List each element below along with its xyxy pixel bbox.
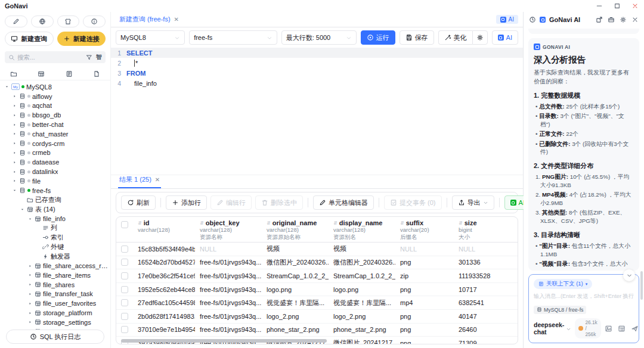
table-cell[interactable]: free-fs/01jrvgs943q... bbox=[195, 326, 262, 333]
table-cell[interactable]: 40147 bbox=[454, 313, 513, 320]
caret-icon[interactable] bbox=[11, 179, 17, 183]
run-button[interactable]: 运行 bbox=[361, 30, 395, 45]
ai-assist-button[interactable]: AI bbox=[492, 30, 518, 45]
caret-icon[interactable] bbox=[27, 292, 33, 296]
table-cell[interactable]: 17e0be36c2f541ce9... bbox=[133, 272, 195, 279]
max-rows-select[interactable]: 最大行数: 5000 bbox=[281, 30, 357, 45]
export-button[interactable]: 导出 bbox=[452, 195, 494, 210]
caret-icon[interactable] bbox=[11, 132, 17, 136]
sql-log-button[interactable]: SQL 执行日志 bbox=[6, 330, 104, 344]
table-cell[interactable]: logo_2.png bbox=[329, 313, 395, 320]
filter-funnel-icon[interactable] bbox=[86, 54, 92, 61]
sql-editor[interactable]: 1SELECT2*3FROM4file_info bbox=[111, 48, 523, 175]
table-cell[interactable]: 16524b2d70bd4527... bbox=[133, 259, 195, 266]
column-header-suffix[interactable]: ⇵suffixvarchar(20)后缀名 bbox=[395, 219, 454, 240]
beautify-button[interactable]: 美化 bbox=[438, 30, 472, 45]
table-cell[interactable]: 微信图片_20241217... bbox=[329, 338, 395, 344]
view-tab-connections[interactable] bbox=[0, 67, 27, 80]
table-row[interactable]: 1952e5c62eb44ce8...free-fs/01jrvgs943q..… bbox=[116, 283, 518, 297]
table-cell[interactable]: free-fs/01jrvgs943q... bbox=[195, 272, 262, 279]
checkbox[interactable] bbox=[121, 326, 128, 333]
caret-icon[interactable] bbox=[27, 264, 33, 268]
table-row[interactable]: 17e0be36c2f541ce9...free-fs/01jrvgs943q.… bbox=[116, 269, 518, 283]
caret-icon[interactable] bbox=[27, 311, 33, 315]
collapse-chat-button[interactable] bbox=[623, 269, 635, 281]
tree-item-file_share_access_record[interactable]: file_share_access_record bbox=[0, 261, 110, 271]
caret-icon[interactable] bbox=[11, 141, 17, 145]
tree-item-外键[interactable]: 外键 bbox=[0, 243, 110, 252]
caret-icon[interactable] bbox=[11, 113, 17, 117]
table-cell[interactable]: 37010e9e7e1b4954... bbox=[133, 326, 195, 333]
commit-transaction-button[interactable]: 提交事务 (0) bbox=[384, 195, 442, 210]
table-cell[interactable]: zip bbox=[395, 272, 454, 279]
close-panel-icon[interactable] bbox=[631, 16, 639, 23]
database-select[interactable]: free-fs bbox=[189, 30, 277, 45]
checkbox[interactable] bbox=[121, 286, 128, 293]
edit-row-button[interactable]: 编辑行 bbox=[210, 195, 252, 210]
caret-icon[interactable] bbox=[4, 85, 10, 89]
tree-item-dataease[interactable]: dataease bbox=[0, 157, 110, 167]
column-header-id[interactable]: ⇵idvarchar(128) bbox=[133, 219, 195, 240]
send-icon[interactable] bbox=[631, 325, 639, 333]
table-cell[interactable]: phone_star_2.png bbox=[262, 326, 329, 333]
checkbox[interactable] bbox=[121, 313, 128, 320]
briefcase-icon[interactable] bbox=[608, 16, 615, 23]
table-cell[interactable]: logo.png bbox=[329, 286, 395, 293]
caret-icon[interactable] bbox=[27, 302, 33, 306]
tree-item-chat_master[interactable]: chat_master bbox=[0, 129, 110, 139]
table-cell[interactable]: 微信图片_20240326... bbox=[262, 258, 329, 267]
table-cell[interactable]: StreamCap_1.0.2_2_... bbox=[262, 272, 329, 279]
table-cell[interactable]: phone_star_2.png bbox=[329, 326, 395, 333]
delete-selected-button[interactable]: 删除选中 bbox=[255, 195, 303, 210]
tree-item-aqchat[interactable]: aqchat bbox=[0, 101, 110, 111]
tree-item-file_transfer_task[interactable]: file_transfer_task bbox=[0, 290, 110, 299]
ai-panel-toggle[interactable]: AI bbox=[496, 15, 518, 24]
table-cell[interactable]: 71309 bbox=[454, 340, 513, 344]
code-line[interactable]: 2* bbox=[111, 58, 523, 68]
network-button[interactable] bbox=[31, 15, 54, 27]
tree-item-crmeb[interactable]: crmeb bbox=[0, 148, 110, 158]
new-connection-button[interactable]: 新建连接 bbox=[57, 32, 106, 46]
table-cell[interactable]: free-fs/01jrvgs943q... bbox=[195, 299, 262, 306]
checkbox[interactable] bbox=[121, 221, 128, 228]
caret-icon[interactable] bbox=[11, 160, 17, 164]
table-cell[interactable]: free-fs/01jrvgs943q... bbox=[195, 259, 262, 266]
code-line[interactable]: 1SELECT bbox=[111, 48, 523, 58]
tree-item-file[interactable]: file bbox=[0, 176, 110, 186]
new-query-button[interactable]: 新建查询 bbox=[5, 32, 54, 46]
table-cell[interactable]: png bbox=[395, 313, 454, 320]
tree-item-bbsgo_db[interactable]: bbsgo_db bbox=[0, 110, 110, 120]
sort-icon[interactable]: ⇵ bbox=[200, 220, 204, 226]
tree-item-free-fs[interactable]: free-fs bbox=[0, 186, 110, 195]
checkbox[interactable] bbox=[121, 246, 128, 253]
connection-select[interactable]: MySQL8 bbox=[116, 30, 185, 45]
table-cell[interactable]: free-fs/01jrvgs943q... bbox=[195, 286, 262, 293]
model-select[interactable]: deepseek-chat bbox=[534, 321, 571, 335]
checkbox[interactable] bbox=[121, 272, 128, 279]
column-header-size[interactable]: ⇵sizebigint大小 bbox=[454, 219, 513, 240]
caret-icon[interactable] bbox=[11, 188, 17, 192]
caret-icon[interactable] bbox=[11, 94, 17, 98]
code-line[interactable]: 3FROM bbox=[111, 68, 523, 78]
table-cell[interactable]: 111933528 bbox=[454, 272, 513, 279]
add-row-button[interactable]: 添加行 bbox=[166, 195, 207, 210]
code-line[interactable]: 4file_info bbox=[111, 78, 523, 88]
table-row[interactable]: 37010e9e7e1b4954...free-fs/01jrvgs943q..… bbox=[116, 324, 518, 337]
table-row[interactable]: 15c83b5f534f49e4b...NULL视频视频NULLNULL bbox=[116, 243, 518, 256]
table-cell[interactable]: 15c83b5f534f49e4b... bbox=[133, 246, 195, 253]
attach-image-icon[interactable] bbox=[605, 325, 612, 333]
column-header-object_key[interactable]: ⇵object_keyvarchar(128)资源名称 bbox=[195, 219, 262, 240]
checkbox[interactable] bbox=[121, 259, 128, 266]
table-cell[interactable]: png bbox=[395, 259, 454, 266]
table-cell[interactable]: free-fs/01jrvgs943q... bbox=[195, 313, 262, 320]
table-row[interactable]: 27edf6ac105c44598...free-fs/01jrvgs943q.… bbox=[116, 296, 518, 310]
table-cell[interactable]: 视觉盛宴！库里隔... bbox=[262, 299, 329, 307]
theme-button[interactable] bbox=[57, 15, 80, 27]
tree-item-datalinkx[interactable]: datalinkx bbox=[0, 167, 110, 176]
attach-table-icon[interactable] bbox=[618, 325, 626, 333]
tree-item-MySQL8[interactable]: MyMySQL8 bbox=[0, 82, 110, 92]
close-tab-icon[interactable]: ✕ bbox=[174, 16, 179, 23]
table-cell[interactable]: logo_2.png bbox=[262, 313, 329, 320]
caret-icon[interactable] bbox=[27, 217, 33, 221]
tree-item-storage_platform[interactable]: storage_platform bbox=[0, 308, 110, 318]
